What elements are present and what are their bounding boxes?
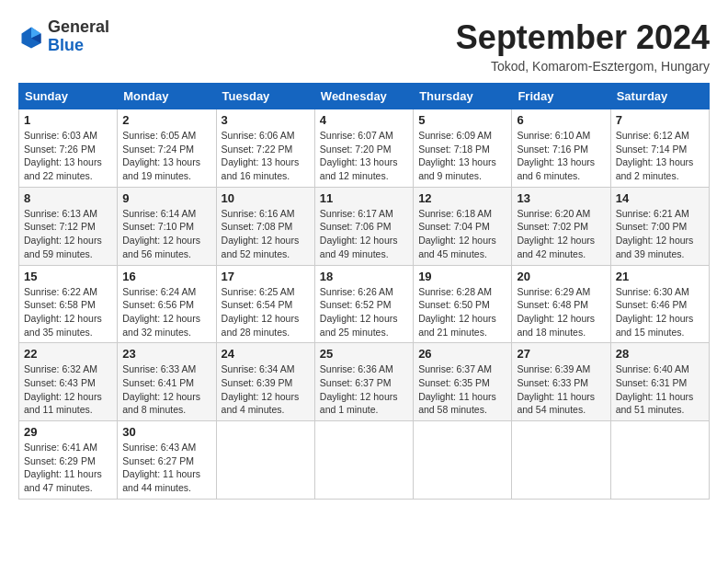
column-header-wednesday: Wednesday bbox=[314, 84, 413, 109]
day-detail: Sunrise: 6:07 AM Sunset: 7:20 PM Dayligh… bbox=[320, 129, 408, 183]
column-header-friday: Friday bbox=[512, 84, 610, 109]
column-header-sunday: Sunday bbox=[19, 84, 118, 109]
calendar-week-3: 15Sunrise: 6:22 AM Sunset: 6:58 PM Dayli… bbox=[19, 265, 710, 343]
day-detail: Sunrise: 6:09 AM Sunset: 7:18 PM Dayligh… bbox=[418, 129, 506, 183]
day-number: 9 bbox=[122, 191, 210, 205]
calendar-cell: 28Sunrise: 6:40 AM Sunset: 6:31 PM Dayli… bbox=[610, 343, 709, 421]
column-header-tuesday: Tuesday bbox=[216, 84, 314, 109]
day-number: 26 bbox=[418, 347, 506, 361]
calendar-cell: 6Sunrise: 6:10 AM Sunset: 7:16 PM Daylig… bbox=[512, 109, 610, 188]
calendar-cell bbox=[216, 421, 314, 500]
day-detail: Sunrise: 6:03 AM Sunset: 7:26 PM Dayligh… bbox=[24, 129, 112, 183]
calendar-cell bbox=[512, 421, 610, 500]
calendar-cell: 8Sunrise: 6:13 AM Sunset: 7:12 PM Daylig… bbox=[19, 187, 118, 265]
day-detail: Sunrise: 6:30 AM Sunset: 6:46 PM Dayligh… bbox=[616, 285, 704, 339]
calendar-cell: 18Sunrise: 6:26 AM Sunset: 6:52 PM Dayli… bbox=[314, 265, 413, 343]
calendar-cell: 11Sunrise: 6:17 AM Sunset: 7:06 PM Dayli… bbox=[314, 187, 413, 265]
calendar-cell: 14Sunrise: 6:21 AM Sunset: 7:00 PM Dayli… bbox=[610, 187, 709, 265]
day-detail: Sunrise: 6:33 AM Sunset: 6:41 PM Dayligh… bbox=[122, 362, 210, 417]
day-detail: Sunrise: 6:21 AM Sunset: 7:00 PM Dayligh… bbox=[616, 207, 704, 261]
calendar-week-4: 22Sunrise: 6:32 AM Sunset: 6:43 PM Dayli… bbox=[19, 343, 710, 421]
day-number: 24 bbox=[222, 347, 310, 361]
day-detail: Sunrise: 6:32 AM Sunset: 6:43 PM Dayligh… bbox=[24, 362, 112, 417]
day-number: 28 bbox=[616, 347, 704, 361]
calendar-cell: 9Sunrise: 6:14 AM Sunset: 7:10 PM Daylig… bbox=[118, 187, 216, 265]
day-number: 4 bbox=[320, 113, 408, 127]
day-number: 30 bbox=[122, 425, 210, 439]
day-detail: Sunrise: 6:12 AM Sunset: 7:14 PM Dayligh… bbox=[616, 129, 704, 183]
day-detail: Sunrise: 6:39 AM Sunset: 6:33 PM Dayligh… bbox=[517, 362, 605, 417]
day-number: 3 bbox=[222, 113, 310, 127]
day-number: 16 bbox=[122, 270, 210, 283]
day-detail: Sunrise: 6:22 AM Sunset: 6:58 PM Dayligh… bbox=[24, 285, 112, 339]
calendar-cell: 1Sunrise: 6:03 AM Sunset: 7:26 PM Daylig… bbox=[19, 109, 118, 188]
logo-general: General bbox=[48, 18, 109, 37]
day-detail: Sunrise: 6:06 AM Sunset: 7:22 PM Dayligh… bbox=[222, 129, 310, 183]
day-detail: Sunrise: 6:29 AM Sunset: 6:48 PM Dayligh… bbox=[517, 285, 605, 339]
column-header-saturday: Saturday bbox=[610, 84, 709, 109]
day-detail: Sunrise: 6:16 AM Sunset: 7:08 PM Dayligh… bbox=[222, 207, 310, 261]
day-detail: Sunrise: 6:41 AM Sunset: 6:29 PM Dayligh… bbox=[24, 441, 112, 495]
calendar-cell: 13Sunrise: 6:20 AM Sunset: 7:02 PM Dayli… bbox=[512, 187, 610, 265]
day-number: 17 bbox=[222, 270, 310, 283]
calendar-subtitle: Tokod, Komarom-Esztergom, Hungary bbox=[456, 59, 710, 74]
day-detail: Sunrise: 6:36 AM Sunset: 6:37 PM Dayligh… bbox=[320, 362, 408, 417]
day-number: 22 bbox=[24, 347, 112, 361]
day-number: 8 bbox=[24, 191, 112, 205]
calendar-cell: 30Sunrise: 6:43 AM Sunset: 6:27 PM Dayli… bbox=[118, 421, 216, 500]
calendar-cell: 2Sunrise: 6:05 AM Sunset: 7:24 PM Daylig… bbox=[118, 109, 216, 188]
calendar-header-row: SundayMondayTuesdayWednesdayThursdayFrid… bbox=[19, 84, 710, 109]
calendar-cell: 17Sunrise: 6:25 AM Sunset: 6:54 PM Dayli… bbox=[216, 265, 314, 343]
day-number: 10 bbox=[222, 191, 310, 205]
day-number: 15 bbox=[24, 270, 112, 283]
calendar-cell: 25Sunrise: 6:36 AM Sunset: 6:37 PM Dayli… bbox=[314, 343, 413, 421]
day-number: 19 bbox=[418, 270, 506, 283]
calendar-cell: 12Sunrise: 6:18 AM Sunset: 7:04 PM Dayli… bbox=[414, 187, 512, 265]
day-number: 12 bbox=[418, 191, 506, 205]
day-detail: Sunrise: 6:17 AM Sunset: 7:06 PM Dayligh… bbox=[320, 207, 408, 261]
day-number: 27 bbox=[517, 347, 605, 361]
calendar-week-5: 29Sunrise: 6:41 AM Sunset: 6:29 PM Dayli… bbox=[19, 421, 710, 500]
day-number: 29 bbox=[24, 425, 112, 439]
calendar-title: September 2024 bbox=[456, 18, 710, 57]
calendar-cell: 15Sunrise: 6:22 AM Sunset: 6:58 PM Dayli… bbox=[19, 265, 118, 343]
column-header-thursday: Thursday bbox=[414, 84, 512, 109]
day-detail: Sunrise: 6:25 AM Sunset: 6:54 PM Dayligh… bbox=[222, 285, 310, 339]
page-header: General Blue September 2024 Tokod, Komar… bbox=[18, 18, 710, 74]
day-detail: Sunrise: 6:28 AM Sunset: 6:50 PM Dayligh… bbox=[418, 285, 506, 339]
day-number: 13 bbox=[517, 191, 605, 205]
calendar-cell: 19Sunrise: 6:28 AM Sunset: 6:50 PM Dayli… bbox=[414, 265, 512, 343]
calendar-cell: 24Sunrise: 6:34 AM Sunset: 6:39 PM Dayli… bbox=[216, 343, 314, 421]
logo-blue: Blue bbox=[48, 37, 109, 55]
day-detail: Sunrise: 6:10 AM Sunset: 7:16 PM Dayligh… bbox=[517, 129, 605, 183]
day-detail: Sunrise: 6:20 AM Sunset: 7:02 PM Dayligh… bbox=[517, 207, 605, 261]
calendar-cell: 5Sunrise: 6:09 AM Sunset: 7:18 PM Daylig… bbox=[414, 109, 512, 188]
day-number: 7 bbox=[616, 113, 704, 127]
calendar-cell: 27Sunrise: 6:39 AM Sunset: 6:33 PM Dayli… bbox=[512, 343, 610, 421]
day-number: 14 bbox=[616, 191, 704, 205]
day-detail: Sunrise: 6:34 AM Sunset: 6:39 PM Dayligh… bbox=[222, 362, 310, 417]
day-detail: Sunrise: 6:24 AM Sunset: 6:56 PM Dayligh… bbox=[122, 285, 210, 339]
day-number: 20 bbox=[517, 270, 605, 283]
logo-icon bbox=[18, 24, 44, 50]
day-detail: Sunrise: 6:14 AM Sunset: 7:10 PM Dayligh… bbox=[122, 207, 210, 261]
day-number: 21 bbox=[616, 270, 704, 283]
column-header-monday: Monday bbox=[118, 84, 216, 109]
day-detail: Sunrise: 6:40 AM Sunset: 6:31 PM Dayligh… bbox=[616, 362, 704, 417]
day-detail: Sunrise: 6:05 AM Sunset: 7:24 PM Dayligh… bbox=[122, 129, 210, 183]
calendar-table: SundayMondayTuesdayWednesdayThursdayFrid… bbox=[18, 83, 710, 500]
day-number: 25 bbox=[320, 347, 408, 361]
day-number: 23 bbox=[122, 347, 210, 361]
calendar-cell: 26Sunrise: 6:37 AM Sunset: 6:35 PM Dayli… bbox=[414, 343, 512, 421]
calendar-cell: 23Sunrise: 6:33 AM Sunset: 6:41 PM Dayli… bbox=[118, 343, 216, 421]
calendar-cell: 7Sunrise: 6:12 AM Sunset: 7:14 PM Daylig… bbox=[610, 109, 709, 188]
calendar-cell: 29Sunrise: 6:41 AM Sunset: 6:29 PM Dayli… bbox=[19, 421, 118, 500]
calendar-week-2: 8Sunrise: 6:13 AM Sunset: 7:12 PM Daylig… bbox=[19, 187, 710, 265]
day-number: 1 bbox=[24, 113, 112, 127]
calendar-cell: 10Sunrise: 6:16 AM Sunset: 7:08 PM Dayli… bbox=[216, 187, 314, 265]
title-section: September 2024 Tokod, Komarom-Esztergom,… bbox=[456, 18, 710, 74]
calendar-cell bbox=[610, 421, 709, 500]
calendar-cell: 16Sunrise: 6:24 AM Sunset: 6:56 PM Dayli… bbox=[118, 265, 216, 343]
day-number: 2 bbox=[122, 113, 210, 127]
day-detail: Sunrise: 6:26 AM Sunset: 6:52 PM Dayligh… bbox=[320, 285, 408, 339]
